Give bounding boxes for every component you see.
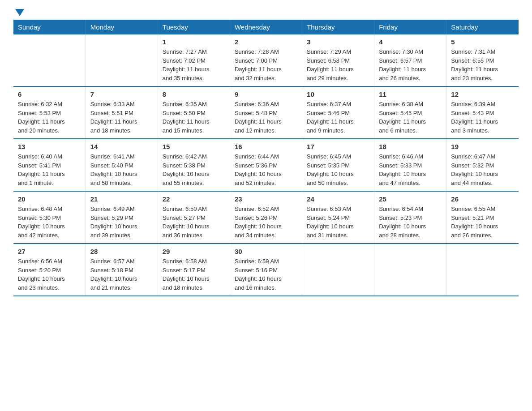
day-number: 22: [163, 195, 225, 203]
day-number: 29: [163, 248, 225, 255]
day-info: Sunrise: 6:49 AM Sunset: 5:29 PM Dayligh…: [90, 205, 153, 240]
calendar-week-row: 27Sunrise: 6:56 AM Sunset: 5:20 PM Dayli…: [13, 244, 519, 296]
day-info: Sunrise: 6:42 AM Sunset: 5:38 PM Dayligh…: [163, 152, 225, 187]
calendar-cell: 10Sunrise: 6:37 AM Sunset: 5:46 PM Dayli…: [302, 86, 374, 139]
calendar-cell: 28Sunrise: 6:57 AM Sunset: 5:18 PM Dayli…: [86, 244, 158, 296]
calendar-cell: 19Sunrise: 6:47 AM Sunset: 5:32 PM Dayli…: [446, 139, 519, 191]
calendar-cell: 29Sunrise: 6:58 AM Sunset: 5:17 PM Dayli…: [158, 244, 230, 296]
calendar-cell: [13, 34, 86, 86]
day-number: 12: [451, 90, 514, 98]
day-info: Sunrise: 7:28 AM Sunset: 7:00 PM Dayligh…: [235, 47, 297, 82]
day-number: 7: [90, 90, 153, 98]
day-info: Sunrise: 6:59 AM Sunset: 5:16 PM Dayligh…: [235, 257, 297, 292]
day-info: Sunrise: 6:52 AM Sunset: 5:26 PM Dayligh…: [235, 205, 297, 240]
day-info: Sunrise: 6:35 AM Sunset: 5:50 PM Dayligh…: [163, 100, 225, 135]
calendar-cell: 25Sunrise: 6:54 AM Sunset: 5:23 PM Dayli…: [374, 191, 446, 244]
day-number: 16: [235, 143, 297, 150]
day-info: Sunrise: 6:46 AM Sunset: 5:33 PM Dayligh…: [379, 152, 442, 187]
calendar-cell: 24Sunrise: 6:53 AM Sunset: 5:24 PM Dayli…: [302, 191, 374, 244]
calendar-cell: [446, 244, 519, 296]
day-info: Sunrise: 6:41 AM Sunset: 5:40 PM Dayligh…: [90, 152, 153, 187]
day-number: 14: [90, 143, 153, 150]
day-number: 17: [307, 143, 369, 150]
calendar-week-row: 13Sunrise: 6:40 AM Sunset: 5:41 PM Dayli…: [13, 139, 519, 191]
calendar-cell: 12Sunrise: 6:39 AM Sunset: 5:43 PM Dayli…: [446, 86, 519, 139]
day-info: Sunrise: 7:29 AM Sunset: 6:58 PM Dayligh…: [307, 47, 369, 82]
calendar-cell: 9Sunrise: 6:36 AM Sunset: 5:48 PM Daylig…: [230, 86, 302, 139]
day-number: 2: [235, 38, 297, 46]
weekday-header-saturday: Saturday: [446, 20, 519, 34]
day-info: Sunrise: 6:53 AM Sunset: 5:24 PM Dayligh…: [307, 205, 369, 240]
logo-triangle-icon: [15, 9, 24, 16]
day-number: 27: [18, 248, 81, 255]
calendar-cell: 13Sunrise: 6:40 AM Sunset: 5:41 PM Dayli…: [13, 139, 86, 191]
calendar-cell: 7Sunrise: 6:33 AM Sunset: 5:51 PM Daylig…: [86, 86, 158, 139]
calendar-cell: 2Sunrise: 7:28 AM Sunset: 7:00 PM Daylig…: [230, 34, 302, 86]
day-number: 18: [379, 143, 442, 150]
calendar-cell: 26Sunrise: 6:55 AM Sunset: 5:21 PM Dayli…: [446, 191, 519, 244]
calendar-cell: 8Sunrise: 6:35 AM Sunset: 5:50 PM Daylig…: [158, 86, 230, 139]
day-number: 20: [18, 195, 81, 203]
calendar-cell: 21Sunrise: 6:49 AM Sunset: 5:29 PM Dayli…: [86, 191, 158, 244]
day-number: 28: [90, 248, 153, 255]
weekday-header-sunday: Sunday: [13, 20, 86, 34]
day-number: 10: [307, 90, 369, 98]
calendar-cell: 27Sunrise: 6:56 AM Sunset: 5:20 PM Dayli…: [13, 244, 86, 296]
day-info: Sunrise: 6:36 AM Sunset: 5:48 PM Dayligh…: [235, 100, 297, 135]
calendar-cell: 14Sunrise: 6:41 AM Sunset: 5:40 PM Dayli…: [86, 139, 158, 191]
calendar-cell: 16Sunrise: 6:44 AM Sunset: 5:36 PM Dayli…: [230, 139, 302, 191]
day-number: 4: [379, 38, 442, 46]
day-number: 9: [235, 90, 297, 98]
page-header: [13, 9, 519, 15]
calendar-cell: 1Sunrise: 7:27 AM Sunset: 7:02 PM Daylig…: [158, 34, 230, 86]
calendar-cell: 6Sunrise: 6:32 AM Sunset: 5:53 PM Daylig…: [13, 86, 86, 139]
calendar-week-row: 1Sunrise: 7:27 AM Sunset: 7:02 PM Daylig…: [13, 34, 519, 86]
day-info: Sunrise: 6:39 AM Sunset: 5:43 PM Dayligh…: [451, 100, 514, 135]
day-info: Sunrise: 6:37 AM Sunset: 5:46 PM Dayligh…: [307, 100, 369, 135]
day-info: Sunrise: 7:27 AM Sunset: 7:02 PM Dayligh…: [163, 47, 225, 82]
weekday-header-wednesday: Wednesday: [230, 20, 302, 34]
day-number: 3: [307, 38, 369, 46]
calendar-cell: 22Sunrise: 6:50 AM Sunset: 5:27 PM Dayli…: [158, 191, 230, 244]
day-info: Sunrise: 6:58 AM Sunset: 5:17 PM Dayligh…: [163, 257, 225, 292]
calendar-week-row: 20Sunrise: 6:48 AM Sunset: 5:30 PM Dayli…: [13, 191, 519, 244]
calendar-week-row: 6Sunrise: 6:32 AM Sunset: 5:53 PM Daylig…: [13, 86, 519, 139]
day-info: Sunrise: 6:32 AM Sunset: 5:53 PM Dayligh…: [18, 100, 81, 135]
day-number: 21: [90, 195, 153, 203]
day-info: Sunrise: 6:57 AM Sunset: 5:18 PM Dayligh…: [90, 257, 153, 292]
calendar-cell: 15Sunrise: 6:42 AM Sunset: 5:38 PM Dayli…: [158, 139, 230, 191]
calendar-cell: 18Sunrise: 6:46 AM Sunset: 5:33 PM Dayli…: [374, 139, 446, 191]
day-number: 25: [379, 195, 442, 203]
day-info: Sunrise: 6:33 AM Sunset: 5:51 PM Dayligh…: [90, 100, 153, 135]
day-number: 13: [18, 143, 81, 150]
day-info: Sunrise: 6:45 AM Sunset: 5:35 PM Dayligh…: [307, 152, 369, 187]
day-number: 15: [163, 143, 225, 150]
calendar-cell: 20Sunrise: 6:48 AM Sunset: 5:30 PM Dayli…: [13, 191, 86, 244]
weekday-header-tuesday: Tuesday: [158, 20, 230, 34]
day-number: 30: [235, 248, 297, 255]
day-number: 8: [163, 90, 225, 98]
calendar-cell: [86, 34, 158, 86]
logo: [13, 9, 24, 15]
day-info: Sunrise: 6:56 AM Sunset: 5:20 PM Dayligh…: [18, 257, 81, 292]
day-info: Sunrise: 6:48 AM Sunset: 5:30 PM Dayligh…: [18, 205, 81, 240]
calendar-table: SundayMondayTuesdayWednesdayThursdayFrid…: [13, 20, 519, 296]
weekday-header-row: SundayMondayTuesdayWednesdayThursdayFrid…: [13, 20, 519, 34]
calendar-cell: 11Sunrise: 6:38 AM Sunset: 5:45 PM Dayli…: [374, 86, 446, 139]
day-info: Sunrise: 6:40 AM Sunset: 5:41 PM Dayligh…: [18, 152, 81, 187]
day-info: Sunrise: 6:38 AM Sunset: 5:45 PM Dayligh…: [379, 100, 442, 135]
calendar-cell: 30Sunrise: 6:59 AM Sunset: 5:16 PM Dayli…: [230, 244, 302, 296]
day-info: Sunrise: 6:44 AM Sunset: 5:36 PM Dayligh…: [235, 152, 297, 187]
day-number: 1: [163, 38, 225, 46]
day-info: Sunrise: 7:30 AM Sunset: 6:57 PM Dayligh…: [379, 47, 442, 82]
weekday-header-thursday: Thursday: [302, 20, 374, 34]
weekday-header-friday: Friday: [374, 20, 446, 34]
day-info: Sunrise: 6:54 AM Sunset: 5:23 PM Dayligh…: [379, 205, 442, 240]
day-number: 23: [235, 195, 297, 203]
day-number: 5: [451, 38, 514, 46]
weekday-header-monday: Monday: [86, 20, 158, 34]
day-info: Sunrise: 6:55 AM Sunset: 5:21 PM Dayligh…: [451, 205, 514, 240]
day-number: 19: [451, 143, 514, 150]
calendar-cell: [302, 244, 374, 296]
day-number: 26: [451, 195, 514, 203]
